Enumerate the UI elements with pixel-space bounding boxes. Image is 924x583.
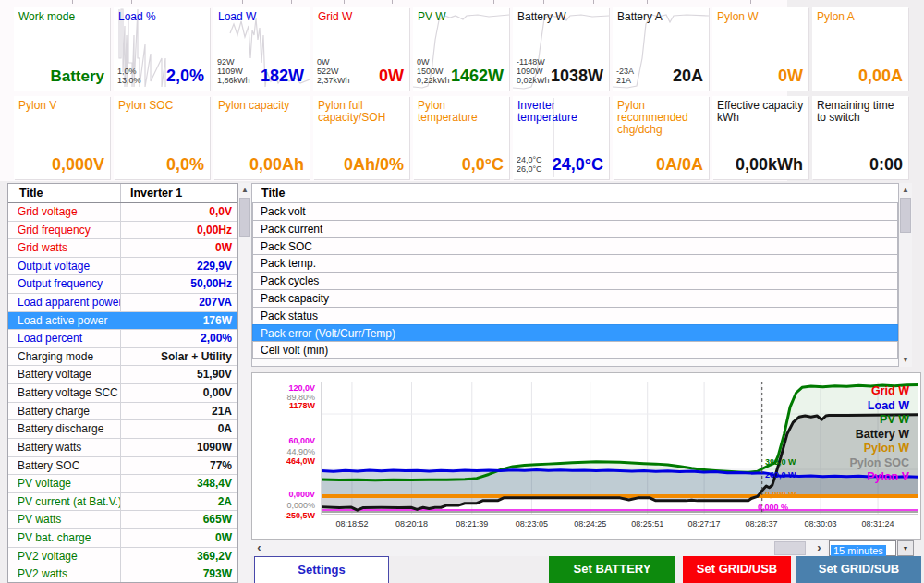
row-value: 0W <box>121 529 237 547</box>
pack-scrollbar-thumb[interactable] <box>900 198 911 233</box>
scroll-down-icon[interactable]: ▼ <box>899 353 912 367</box>
x-axis-label: 08:24:25 <box>568 519 613 528</box>
table-row[interactable]: Output frequency50,00Hz <box>8 275 237 294</box>
scroll-up-icon[interactable]: ▲ <box>238 183 251 197</box>
row-label: PV2 voltage <box>8 548 121 565</box>
row-label: PV voltage <box>8 475 121 492</box>
gauge-label: Battery A <box>617 11 706 23</box>
settings-button[interactable]: Settings <box>254 556 389 583</box>
gauge-stat-line: 1500W <box>417 67 450 76</box>
gauge-stat-line: 0,02kWh <box>517 76 550 85</box>
left-scrollbar-thumb[interactable] <box>239 198 250 237</box>
chart-plot[interactable]: 398,0 W260,0 W0,000 W0,000 % <box>321 382 918 515</box>
table-row[interactable]: PV voltage348,4V <box>8 475 237 493</box>
row-label: Charging mode <box>8 348 121 366</box>
table-row[interactable]: Grid voltage0,0V <box>8 203 237 222</box>
hscrollbar-thumb[interactable] <box>774 541 806 555</box>
pack-parameter-list: Title Pack voltPack currentPack SOCPack … <box>251 183 899 367</box>
gauge-panel-pylon-temperature: Pylon temperature0,0°C <box>413 96 509 179</box>
list-item[interactable]: Pack cycles <box>252 272 898 290</box>
table-row[interactable]: Grid watts0W <box>8 239 237 258</box>
gauge-label: Effective capacity kWh <box>717 100 806 124</box>
top-tick <box>242 0 243 4</box>
chart-plot-svg <box>322 382 918 514</box>
table-row[interactable]: Charging modeSolar + Utility <box>8 348 237 367</box>
list-item[interactable]: Cell volt (min) <box>252 341 898 359</box>
x-axis-label: 08:31:24 <box>856 519 900 528</box>
gauge-label: Pylon recommended chg/dchg <box>617 100 706 136</box>
gauge-stat-line: 1109W <box>217 67 250 76</box>
table-row[interactable]: PV bat. charge0W <box>8 529 237 548</box>
gauge-label: Pylon capacity <box>218 100 307 112</box>
scroll-left-icon[interactable]: ‹ <box>251 540 267 556</box>
gauge-label: Pylon temperature <box>418 100 506 124</box>
gauge-stat-line: 0,22kWh <box>417 76 450 85</box>
list-item[interactable]: Pack capacity <box>252 289 898 308</box>
table-row[interactable]: Output voltage229,9V <box>8 258 237 276</box>
gauge-value: 182W <box>261 67 304 86</box>
gauge-min-max-stats: -23A21A <box>616 67 634 85</box>
table-row[interactable]: Battery voltage SCC0,00V <box>8 384 237 403</box>
table-row[interactable]: PV2 watts793W <box>8 565 237 583</box>
time-range-select[interactable]: 15 minutes <box>829 540 896 556</box>
row-value: 0A <box>121 420 237 438</box>
row-value: 2A <box>121 493 237 511</box>
gauge-panel-load-: Load %1,0%13,0%2,0% <box>114 7 210 91</box>
gauge-min-max-stats: 92W1109W1,86kWh <box>217 57 250 85</box>
table-row[interactable]: Battery discharge0A <box>8 420 237 439</box>
top-tick <box>392 0 393 4</box>
row-label: PV bat. charge <box>8 529 121 547</box>
gauge-panel-pylon-capacity: Pylon capacity0,00Ah <box>213 96 310 179</box>
scroll-up-icon[interactable]: ▲ <box>899 183 912 197</box>
table-row[interactable]: Load apparent power207VA <box>8 294 237 312</box>
x-axis-label: 08:23:05 <box>509 519 553 528</box>
set-battery-button[interactable]: Set BATTERY <box>549 556 675 583</box>
y-axis-label: 1178W <box>254 401 315 410</box>
y-axis-label: -250,5W <box>254 511 315 520</box>
table-row[interactable]: PV current (at Bat.V.)2A <box>8 493 237 512</box>
pack-list-scrollbar[interactable]: ▲ ▼ <box>899 183 912 367</box>
top-tick <box>344 0 345 4</box>
table-row[interactable]: PV watts665W <box>8 511 237 529</box>
chart-horizontal-scrollbar[interactable]: ‹ › <box>251 540 827 556</box>
set-grid-usb-button[interactable]: Set GRID/USB <box>683 556 791 583</box>
row-label: PV current (at Bat.V.) <box>8 493 121 511</box>
table-row[interactable]: Battery SOC77% <box>8 457 237 476</box>
table-row[interactable]: Load active power176W <box>8 312 237 331</box>
y-axis-label: 0,000% <box>254 501 315 510</box>
table-row[interactable]: Battery watts1090W <box>8 439 237 457</box>
row-value: 665W <box>121 511 237 528</box>
gauge-min-max-stats: 0W1500W0,22kWh <box>417 57 450 85</box>
list-item[interactable]: Pack SOC <box>252 237 898 256</box>
top-tick <box>72 0 73 4</box>
y-axis-label: 0,000V <box>254 490 315 499</box>
left-table-scrollbar[interactable]: ▲ <box>238 183 251 583</box>
top-tick <box>593 0 594 4</box>
table-row[interactable]: Battery charge21A <box>8 403 237 421</box>
table-row[interactable]: Load percent2,00% <box>8 330 237 348</box>
list-item[interactable]: Pack temp. <box>252 254 898 273</box>
list-item[interactable]: Pack error (Volt/Curr/Temp) <box>252 324 898 343</box>
gauge-stat-line: 26,0°C <box>517 164 542 174</box>
row-value: 0,0V <box>121 203 237 221</box>
table-row[interactable]: Grid frequency0,00Hz <box>8 222 237 240</box>
top-tick <box>188 0 188 4</box>
gauge-panel-work-mode: Work modeBattery <box>14 7 110 91</box>
list-item[interactable]: Pack current <box>252 220 898 238</box>
row-label: Battery voltage SCC <box>8 384 121 402</box>
top-tick <box>699 0 699 4</box>
time-range-dropdown-icon[interactable]: ▼ <box>897 540 914 556</box>
table-row[interactable]: Battery voltage51,90V <box>8 366 237 384</box>
row-label: Battery charge <box>8 403 121 420</box>
table-row[interactable]: PV2 voltage369,2V <box>8 548 237 566</box>
gauge-label: PV W <box>418 11 506 23</box>
row-label: Load apparent power <box>8 294 121 311</box>
scroll-right-icon[interactable]: › <box>811 540 827 556</box>
list-item[interactable]: Pack volt <box>252 202 898 221</box>
set-grid-sub-button[interactable]: Set GRID/SUB <box>796 556 921 583</box>
gauge-panel-grid-w: Grid W0W522W2,37kWh0W <box>313 7 409 91</box>
list-item[interactable]: Pack status <box>252 307 898 325</box>
inverter-monitor-window: Work modeBatteryLoad %1,0%13,0%2,0%Load … <box>0 0 924 583</box>
gauge-label: Battery W <box>517 11 606 23</box>
gauge-panel-pylon-soc: Pylon SOC0,0% <box>114 96 210 179</box>
